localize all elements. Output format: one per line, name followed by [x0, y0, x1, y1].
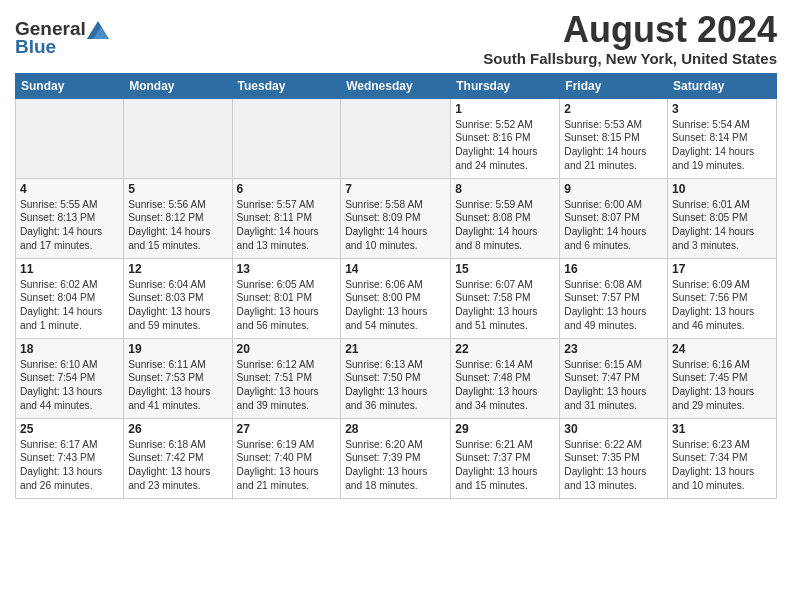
calendar-cell: 2Sunrise: 5:53 AMSunset: 8:15 PMDaylight…: [560, 98, 668, 178]
day-info: Sunrise: 6:12 AMSunset: 7:51 PMDaylight:…: [237, 358, 337, 413]
calendar-cell: 14Sunrise: 6:06 AMSunset: 8:00 PMDayligh…: [341, 258, 451, 338]
calendar-cell: 8Sunrise: 5:59 AMSunset: 8:08 PMDaylight…: [451, 178, 560, 258]
calendar-cell: 19Sunrise: 6:11 AMSunset: 7:53 PMDayligh…: [124, 338, 232, 418]
calendar-cell: 20Sunrise: 6:12 AMSunset: 7:51 PMDayligh…: [232, 338, 341, 418]
calendar-cell: 4Sunrise: 5:55 AMSunset: 8:13 PMDaylight…: [16, 178, 124, 258]
day-number: 16: [564, 262, 663, 276]
day-info: Sunrise: 6:16 AMSunset: 7:45 PMDaylight:…: [672, 358, 772, 413]
day-info: Sunrise: 6:11 AMSunset: 7:53 PMDaylight:…: [128, 358, 227, 413]
calendar-cell: 3Sunrise: 5:54 AMSunset: 8:14 PMDaylight…: [668, 98, 777, 178]
calendar-cell: 18Sunrise: 6:10 AMSunset: 7:54 PMDayligh…: [16, 338, 124, 418]
location: South Fallsburg, New York, United States: [483, 50, 777, 67]
day-info: Sunrise: 5:54 AMSunset: 8:14 PMDaylight:…: [672, 118, 772, 173]
day-info: Sunrise: 6:20 AMSunset: 7:39 PMDaylight:…: [345, 438, 446, 493]
calendar-cell: 1Sunrise: 5:52 AMSunset: 8:16 PMDaylight…: [451, 98, 560, 178]
month-year: August 2024: [483, 10, 777, 50]
header: General Blue August 2024 South Fallsburg…: [15, 10, 777, 67]
calendar-cell: 22Sunrise: 6:14 AMSunset: 7:48 PMDayligh…: [451, 338, 560, 418]
calendar-cell: 16Sunrise: 6:08 AMSunset: 7:57 PMDayligh…: [560, 258, 668, 338]
day-number: 22: [455, 342, 555, 356]
day-number: 15: [455, 262, 555, 276]
day-number: 3: [672, 102, 772, 116]
calendar-cell: 21Sunrise: 6:13 AMSunset: 7:50 PMDayligh…: [341, 338, 451, 418]
day-number: 31: [672, 422, 772, 436]
day-number: 20: [237, 342, 337, 356]
day-number: 21: [345, 342, 446, 356]
day-info: Sunrise: 6:01 AMSunset: 8:05 PMDaylight:…: [672, 198, 772, 253]
calendar-cell: [124, 98, 232, 178]
day-info: Sunrise: 6:22 AMSunset: 7:35 PMDaylight:…: [564, 438, 663, 493]
logo: General Blue: [15, 10, 109, 58]
day-number: 9: [564, 182, 663, 196]
weekday-thursday: Thursday: [451, 73, 560, 98]
title-area: August 2024 South Fallsburg, New York, U…: [483, 10, 777, 67]
day-info: Sunrise: 6:04 AMSunset: 8:03 PMDaylight:…: [128, 278, 227, 333]
day-info: Sunrise: 6:18 AMSunset: 7:42 PMDaylight:…: [128, 438, 227, 493]
logo-icon: [87, 21, 109, 39]
calendar-cell: 17Sunrise: 6:09 AMSunset: 7:56 PMDayligh…: [668, 258, 777, 338]
day-number: 29: [455, 422, 555, 436]
day-info: Sunrise: 6:23 AMSunset: 7:34 PMDaylight:…: [672, 438, 772, 493]
day-number: 6: [237, 182, 337, 196]
day-number: 24: [672, 342, 772, 356]
day-number: 13: [237, 262, 337, 276]
calendar-cell: [232, 98, 341, 178]
day-info: Sunrise: 6:06 AMSunset: 8:00 PMDaylight:…: [345, 278, 446, 333]
calendar-cell: 31Sunrise: 6:23 AMSunset: 7:34 PMDayligh…: [668, 418, 777, 498]
week-row-5: 25Sunrise: 6:17 AMSunset: 7:43 PMDayligh…: [16, 418, 777, 498]
day-number: 14: [345, 262, 446, 276]
day-info: Sunrise: 5:52 AMSunset: 8:16 PMDaylight:…: [455, 118, 555, 173]
calendar-cell: 30Sunrise: 6:22 AMSunset: 7:35 PMDayligh…: [560, 418, 668, 498]
day-info: Sunrise: 6:10 AMSunset: 7:54 PMDaylight:…: [20, 358, 119, 413]
day-number: 23: [564, 342, 663, 356]
calendar-cell: 24Sunrise: 6:16 AMSunset: 7:45 PMDayligh…: [668, 338, 777, 418]
day-info: Sunrise: 6:17 AMSunset: 7:43 PMDaylight:…: [20, 438, 119, 493]
calendar-cell: [341, 98, 451, 178]
day-number: 18: [20, 342, 119, 356]
day-info: Sunrise: 6:15 AMSunset: 7:47 PMDaylight:…: [564, 358, 663, 413]
day-info: Sunrise: 6:14 AMSunset: 7:48 PMDaylight:…: [455, 358, 555, 413]
day-info: Sunrise: 5:55 AMSunset: 8:13 PMDaylight:…: [20, 198, 119, 253]
day-info: Sunrise: 5:59 AMSunset: 8:08 PMDaylight:…: [455, 198, 555, 253]
day-info: Sunrise: 6:09 AMSunset: 7:56 PMDaylight:…: [672, 278, 772, 333]
day-number: 10: [672, 182, 772, 196]
day-number: 2: [564, 102, 663, 116]
weekday-tuesday: Tuesday: [232, 73, 341, 98]
day-number: 1: [455, 102, 555, 116]
logo-blue-line: Blue: [15, 36, 56, 58]
day-number: 27: [237, 422, 337, 436]
day-number: 19: [128, 342, 227, 356]
day-info: Sunrise: 5:58 AMSunset: 8:09 PMDaylight:…: [345, 198, 446, 253]
day-info: Sunrise: 6:05 AMSunset: 8:01 PMDaylight:…: [237, 278, 337, 333]
day-number: 30: [564, 422, 663, 436]
day-info: Sunrise: 6:00 AMSunset: 8:07 PMDaylight:…: [564, 198, 663, 253]
day-info: Sunrise: 5:56 AMSunset: 8:12 PMDaylight:…: [128, 198, 227, 253]
day-number: 17: [672, 262, 772, 276]
day-info: Sunrise: 5:57 AMSunset: 8:11 PMDaylight:…: [237, 198, 337, 253]
week-row-1: 1Sunrise: 5:52 AMSunset: 8:16 PMDaylight…: [16, 98, 777, 178]
week-row-3: 11Sunrise: 6:02 AMSunset: 8:04 PMDayligh…: [16, 258, 777, 338]
weekday-wednesday: Wednesday: [341, 73, 451, 98]
day-number: 8: [455, 182, 555, 196]
weekday-friday: Friday: [560, 73, 668, 98]
weekday-monday: Monday: [124, 73, 232, 98]
day-number: 5: [128, 182, 227, 196]
day-number: 4: [20, 182, 119, 196]
calendar-cell: 13Sunrise: 6:05 AMSunset: 8:01 PMDayligh…: [232, 258, 341, 338]
day-info: Sunrise: 6:07 AMSunset: 7:58 PMDaylight:…: [455, 278, 555, 333]
day-number: 7: [345, 182, 446, 196]
day-number: 26: [128, 422, 227, 436]
week-row-2: 4Sunrise: 5:55 AMSunset: 8:13 PMDaylight…: [16, 178, 777, 258]
calendar-cell: 9Sunrise: 6:00 AMSunset: 8:07 PMDaylight…: [560, 178, 668, 258]
day-info: Sunrise: 6:21 AMSunset: 7:37 PMDaylight:…: [455, 438, 555, 493]
calendar-cell: 10Sunrise: 6:01 AMSunset: 8:05 PMDayligh…: [668, 178, 777, 258]
day-number: 28: [345, 422, 446, 436]
calendar-cell: 5Sunrise: 5:56 AMSunset: 8:12 PMDaylight…: [124, 178, 232, 258]
calendar-cell: 27Sunrise: 6:19 AMSunset: 7:40 PMDayligh…: [232, 418, 341, 498]
day-info: Sunrise: 6:02 AMSunset: 8:04 PMDaylight:…: [20, 278, 119, 333]
calendar-cell: 11Sunrise: 6:02 AMSunset: 8:04 PMDayligh…: [16, 258, 124, 338]
day-number: 11: [20, 262, 119, 276]
calendar-cell: 29Sunrise: 6:21 AMSunset: 7:37 PMDayligh…: [451, 418, 560, 498]
calendar-cell: 26Sunrise: 6:18 AMSunset: 7:42 PMDayligh…: [124, 418, 232, 498]
weekday-header-row: SundayMondayTuesdayWednesdayThursdayFrid…: [16, 73, 777, 98]
